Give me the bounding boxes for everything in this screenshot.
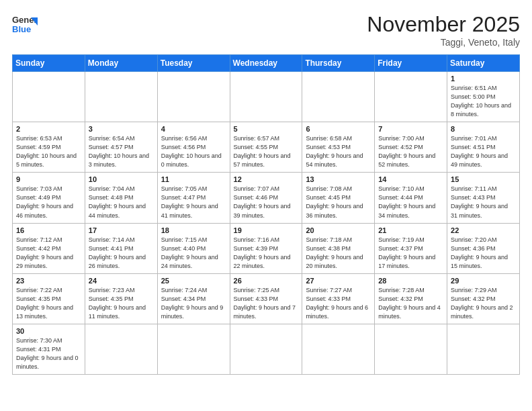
day-number: 11 [161, 175, 226, 183]
day-info: Sunrise: 7:19 AM Sunset: 4:37 PM Dayligh… [378, 236, 443, 271]
col-saturday: Saturday [447, 55, 520, 72]
day-number: 14 [378, 175, 443, 183]
table-row: 9Sunrise: 7:03 AM Sunset: 4:49 PM Daylig… [13, 173, 85, 223]
table-row: 6Sunrise: 6:58 AM Sunset: 4:53 PM Daylig… [302, 122, 375, 173]
day-number: 17 [89, 226, 154, 234]
day-info: Sunrise: 7:03 AM Sunset: 4:49 PM Dayligh… [16, 185, 81, 220]
location: Taggi, Veneto, Italy [367, 37, 520, 48]
day-number: 12 [234, 175, 299, 183]
table-row [85, 72, 157, 122]
day-number: 25 [161, 277, 226, 285]
table-row: 2Sunrise: 6:53 AM Sunset: 4:59 PM Daylig… [13, 122, 85, 173]
day-number: 16 [16, 226, 81, 234]
table-row: 18Sunrise: 7:15 AM Sunset: 4:40 PM Dayli… [157, 223, 230, 273]
col-sunday: Sunday [13, 55, 85, 72]
day-number: 5 [234, 125, 299, 133]
day-number: 6 [306, 125, 371, 133]
table-row: 28Sunrise: 7:28 AM Sunset: 4:32 PM Dayli… [375, 273, 447, 324]
day-info: Sunrise: 7:23 AM Sunset: 4:35 PM Dayligh… [89, 286, 154, 321]
col-monday: Monday [85, 55, 157, 72]
day-info: Sunrise: 7:16 AM Sunset: 4:39 PM Dayligh… [234, 236, 299, 271]
day-number: 21 [378, 226, 443, 234]
day-number: 19 [234, 226, 299, 234]
table-row: 7Sunrise: 7:00 AM Sunset: 4:52 PM Daylig… [375, 122, 447, 173]
day-number: 15 [451, 175, 516, 183]
table-row: 5Sunrise: 6:57 AM Sunset: 4:55 PM Daylig… [230, 122, 302, 173]
table-row: 12Sunrise: 7:07 AM Sunset: 4:46 PM Dayli… [230, 173, 302, 223]
table-row [447, 324, 520, 374]
calendar-header-row: Sunday Monday Tuesday Wednesday Thursday… [13, 55, 520, 72]
day-info: Sunrise: 7:20 AM Sunset: 4:36 PM Dayligh… [451, 236, 516, 271]
month-title: November 2025 [367, 12, 520, 37]
day-number: 10 [89, 175, 154, 183]
table-row: 19Sunrise: 7:16 AM Sunset: 4:39 PM Dayli… [230, 223, 302, 273]
day-number: 9 [16, 175, 81, 183]
table-row: 17Sunrise: 7:14 AM Sunset: 4:41 PM Dayli… [85, 223, 157, 273]
day-number: 24 [89, 277, 154, 285]
table-row: 10Sunrise: 7:04 AM Sunset: 4:48 PM Dayli… [85, 173, 157, 223]
day-info: Sunrise: 7:30 AM Sunset: 4:31 PM Dayligh… [16, 336, 81, 371]
day-number: 23 [16, 277, 81, 285]
table-row: 16Sunrise: 7:12 AM Sunset: 4:42 PM Dayli… [13, 223, 85, 273]
day-info: Sunrise: 7:29 AM Sunset: 4:32 PM Dayligh… [451, 286, 516, 321]
col-wednesday: Wednesday [230, 55, 302, 72]
day-info: Sunrise: 7:11 AM Sunset: 4:43 PM Dayligh… [451, 185, 516, 220]
day-info: Sunrise: 7:08 AM Sunset: 4:45 PM Dayligh… [306, 185, 371, 220]
day-number: 29 [451, 277, 516, 285]
day-number: 13 [306, 175, 371, 183]
table-row: 25Sunrise: 7:24 AM Sunset: 4:34 PM Dayli… [157, 273, 230, 324]
title-block: November 2025 Taggi, Veneto, Italy [367, 12, 520, 48]
day-number: 28 [378, 277, 443, 285]
day-info: Sunrise: 7:05 AM Sunset: 4:47 PM Dayligh… [161, 185, 226, 220]
page: General Blue November 2025 Taggi, Veneto… [0, 0, 532, 411]
col-thursday: Thursday [302, 55, 375, 72]
day-info: Sunrise: 7:15 AM Sunset: 4:40 PM Dayligh… [161, 236, 226, 271]
day-info: Sunrise: 7:18 AM Sunset: 4:38 PM Dayligh… [306, 236, 371, 271]
table-row: 11Sunrise: 7:05 AM Sunset: 4:47 PM Dayli… [157, 173, 230, 223]
day-info: Sunrise: 7:25 AM Sunset: 4:33 PM Dayligh… [234, 286, 299, 321]
day-number: 7 [378, 125, 443, 133]
day-info: Sunrise: 6:58 AM Sunset: 4:53 PM Dayligh… [306, 134, 371, 169]
day-info: Sunrise: 6:51 AM Sunset: 5:00 PM Dayligh… [451, 84, 516, 119]
table-row: 26Sunrise: 7:25 AM Sunset: 4:33 PM Dayli… [230, 273, 302, 324]
table-row: 30Sunrise: 7:30 AM Sunset: 4:31 PM Dayli… [13, 324, 85, 374]
day-info: Sunrise: 7:27 AM Sunset: 4:33 PM Dayligh… [306, 286, 371, 321]
col-friday: Friday [375, 55, 447, 72]
day-number: 20 [306, 226, 371, 234]
day-info: Sunrise: 7:14 AM Sunset: 4:41 PM Dayligh… [89, 236, 154, 271]
day-number: 30 [16, 327, 81, 335]
day-info: Sunrise: 6:56 AM Sunset: 4:56 PM Dayligh… [161, 134, 226, 169]
table-row [230, 324, 302, 374]
table-row: 14Sunrise: 7:10 AM Sunset: 4:44 PM Dayli… [375, 173, 447, 223]
logo: General Blue [12, 12, 38, 38]
table-row: 29Sunrise: 7:29 AM Sunset: 4:32 PM Dayli… [447, 273, 520, 324]
table-row [375, 72, 447, 122]
table-row: 3Sunrise: 6:54 AM Sunset: 4:57 PM Daylig… [85, 122, 157, 173]
table-row: 21Sunrise: 7:19 AM Sunset: 4:37 PM Dayli… [375, 223, 447, 273]
table-row: 20Sunrise: 7:18 AM Sunset: 4:38 PM Dayli… [302, 223, 375, 273]
day-info: Sunrise: 7:01 AM Sunset: 4:51 PM Dayligh… [451, 134, 516, 169]
table-row [302, 324, 375, 374]
day-info: Sunrise: 6:53 AM Sunset: 4:59 PM Dayligh… [16, 134, 81, 169]
table-row [157, 72, 230, 122]
header: General Blue November 2025 Taggi, Veneto… [12, 12, 520, 48]
table-row [302, 72, 375, 122]
day-info: Sunrise: 7:24 AM Sunset: 4:34 PM Dayligh… [161, 286, 226, 321]
day-info: Sunrise: 6:57 AM Sunset: 4:55 PM Dayligh… [234, 134, 299, 169]
day-number: 8 [451, 125, 516, 133]
day-info: Sunrise: 7:10 AM Sunset: 4:44 PM Dayligh… [378, 185, 443, 220]
table-row: 4Sunrise: 6:56 AM Sunset: 4:56 PM Daylig… [157, 122, 230, 173]
table-row: 8Sunrise: 7:01 AM Sunset: 4:51 PM Daylig… [447, 122, 520, 173]
table-row [375, 324, 447, 374]
calendar: Sunday Monday Tuesday Wednesday Thursday… [12, 54, 520, 375]
table-row [230, 72, 302, 122]
svg-text:Blue: Blue [12, 24, 31, 34]
day-number: 4 [161, 125, 226, 133]
table-row: 22Sunrise: 7:20 AM Sunset: 4:36 PM Dayli… [447, 223, 520, 273]
day-number: 18 [161, 226, 226, 234]
day-info: Sunrise: 7:12 AM Sunset: 4:42 PM Dayligh… [16, 236, 81, 271]
day-number: 27 [306, 277, 371, 285]
day-info: Sunrise: 7:07 AM Sunset: 4:46 PM Dayligh… [234, 185, 299, 220]
day-info: Sunrise: 7:28 AM Sunset: 4:32 PM Dayligh… [378, 286, 443, 321]
day-info: Sunrise: 7:04 AM Sunset: 4:48 PM Dayligh… [89, 185, 154, 220]
